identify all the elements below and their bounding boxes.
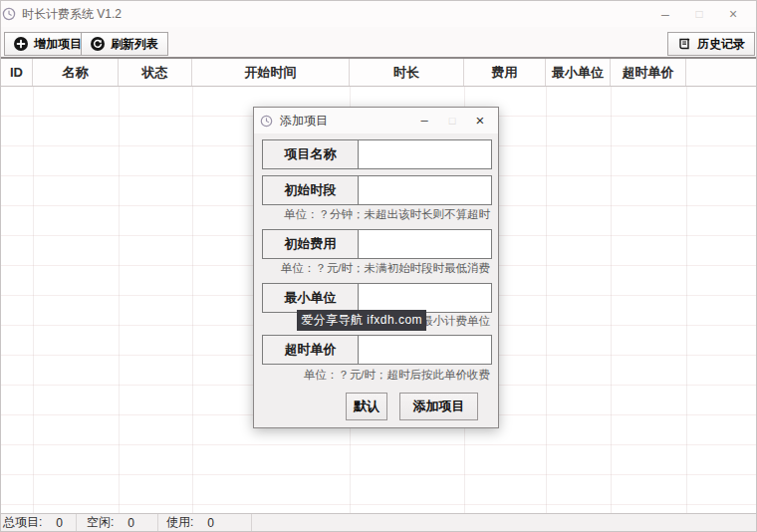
watermark-badge: 爱分享导航 ifxdh.com [297,310,426,331]
col-header-id[interactable]: ID [1,59,33,86]
dialog-footer: 默认 添加项目 [254,393,498,420]
overtime-price-row: 超时单价 [262,335,492,365]
min-unit-row: 最小单位 [262,283,492,313]
col-header-minunit[interactable]: 最小单位 [546,59,611,86]
dialog-close-button[interactable]: × [466,108,494,133]
status-idle-label: 空闲: [87,514,114,531]
col-header-overtime[interactable]: 超时单价 [611,59,686,86]
initial-period-row: 初始时段 [262,175,492,205]
min-unit-hint: 最小计费单位 [421,314,490,329]
history-label: 历史记录 [697,36,745,53]
dialog-controls: – □ × [410,108,494,133]
initial-cost-hint: 单位：？元/时；未满初始时段时最低消费 [281,261,490,276]
refresh-list-label: 刷新列表 [111,36,158,53]
table-gridline [546,87,547,515]
table-header: ID 名称 状态 开始时间 时长 费用 最小单位 超时单价 [1,59,756,87]
status-total-label: 总项目: [3,514,42,531]
dialog-titlebar[interactable]: 添加项目 – □ × [254,108,498,133]
initial-cost-row: 初始费用 [262,229,492,259]
initial-cost-input[interactable] [359,230,491,258]
window-controls: – □ × [648,1,750,27]
min-unit-input[interactable] [359,284,491,312]
col-header-name[interactable]: 名称 [33,59,119,86]
add-project-button[interactable]: 增加项目 [4,32,92,56]
refresh-list-button[interactable]: 刷新列表 [81,32,168,56]
app-icon [2,7,16,21]
dialog-title: 添加项目 [280,113,328,130]
dialog-minimize-button[interactable]: – [410,108,438,133]
project-name-label: 项目名称 [263,140,359,168]
overtime-price-label: 超时单价 [263,336,359,364]
add-project-dialog: 添加项目 – □ × 项目名称 初始时段 单位：？分钟；未超出该时长则不算超时 … [253,107,499,428]
submit-add-project-button[interactable]: 添加项目 [399,393,478,420]
initial-cost-label: 初始费用 [263,230,359,258]
dialog-app-icon [260,115,273,128]
maximize-button[interactable]: □ [682,1,716,27]
col-header-filler [686,59,756,86]
initial-period-input[interactable] [359,176,491,204]
col-header-duration[interactable]: 时长 [350,59,464,86]
close-button[interactable]: × [716,1,750,27]
overtime-price-hint: 单位：？元/时；超时后按此单价收费 [304,368,490,383]
dialog-maximize-button[interactable]: □ [438,108,466,133]
col-header-cost[interactable]: 费用 [464,59,546,86]
initial-period-label: 初始时段 [263,176,359,204]
table-gridline [611,87,612,515]
col-header-status[interactable]: 状态 [119,59,192,86]
status-total-value: 0 [56,516,63,530]
main-titlebar: 时长计费系统 V1.2 – □ × [1,1,756,27]
history-button[interactable]: 历史记录 [667,32,755,56]
refresh-icon [91,37,105,51]
status-bar: 总项目: 0 空闲: 0 使用: 0 [1,513,756,531]
toolbar: 增加项目 刷新列表 历史记录 [1,27,756,59]
table-gridline [686,87,687,515]
initial-period-hint: 单位：？分钟；未超出该时长则不算超时 [284,207,490,222]
min-unit-label: 最小单位 [263,284,359,312]
project-name-input[interactable] [359,140,491,168]
minimize-button[interactable]: – [648,1,682,27]
status-total: 总项目: 0 [1,514,77,531]
status-idle-value: 0 [127,516,134,530]
plus-icon [14,37,28,51]
status-inuse-value: 0 [207,516,214,530]
status-inuse-label: 使用: [166,514,193,531]
status-inuse: 使用: 0 [158,514,252,531]
table-gridline [119,87,120,515]
history-icon [677,37,691,51]
project-name-row: 项目名称 [262,139,492,169]
col-header-starttime[interactable]: 开始时间 [192,59,350,86]
add-project-label: 增加项目 [34,36,82,53]
table-gridline [33,87,34,515]
app-window: 时长计费系统 V1.2 – □ × 增加项目 刷新列表 [0,0,757,532]
overtime-price-input[interactable] [359,336,491,364]
default-button[interactable]: 默认 [346,393,387,420]
table-gridline [192,87,193,515]
window-title: 时长计费系统 V1.2 [22,6,122,23]
status-idle: 空闲: 0 [77,514,158,531]
